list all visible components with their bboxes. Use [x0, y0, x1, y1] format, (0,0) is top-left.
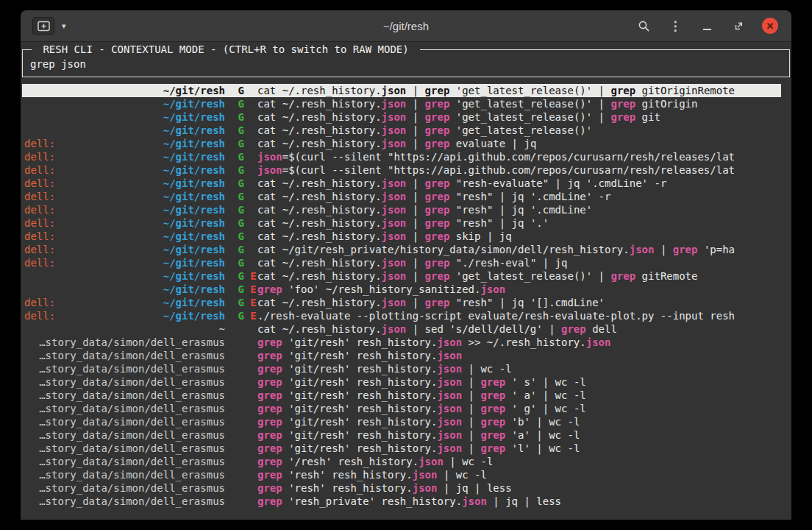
history-row-selected[interactable]: ~/git/resh Gcat ~/.resh_history.json | g…: [22, 84, 781, 97]
history-row[interactable]: dell:~/git/resh Gcat ~/.resh_history.jso…: [22, 203, 781, 216]
history-row[interactable]: …story_data/simon/dell_erasmus grep 'git…: [22, 402, 781, 415]
history-row[interactable]: …story_data/simon/dell_erasmus grep 'git…: [22, 442, 781, 455]
history-row[interactable]: ~/git/resh Gcat ~/.resh_history.json | g…: [22, 110, 781, 124]
row-directory: …story_data/simon/dell_erasmus: [24, 336, 225, 349]
history-row[interactable]: …story_data/simon/dell_erasmus grep 'res…: [22, 468, 781, 481]
row-command: grep 'resh' resh_history.json | wc -l: [257, 468, 781, 481]
row-directory: ~/git/resh: [24, 283, 225, 296]
git-flag: G: [238, 85, 243, 96]
history-row[interactable]: dell:~/git/resh G E5cat ~/.resh_history.…: [22, 296, 781, 309]
search-panel: RESH CLI - CONTEXTUAL MODE - (CTRL+R to …: [22, 49, 790, 77]
git-flag: G: [238, 98, 243, 110]
history-row[interactable]: …story_data/simon/dell_erasmus grep 'git…: [22, 389, 781, 402]
query-match: json: [437, 363, 462, 375]
history-row[interactable]: …story_data/simon/dell_erasmus grep 'git…: [22, 428, 781, 442]
query-match: grep: [425, 191, 450, 202]
row-command: grep 'git/resh' resh_history.json | grep…: [257, 415, 781, 428]
history-row[interactable]: …story_data/simon/dell_erasmus grep 'git…: [22, 362, 781, 375]
history-row[interactable]: dell:~/git/resh Gjson=$(curl --silent "h…: [22, 150, 781, 163]
history-row[interactable]: ~ cat ~/.resh_history.json | sed 's/dell…: [22, 322, 781, 336]
new-tab-icon: [38, 21, 50, 32]
new-tab-button[interactable]: [32, 17, 54, 35]
row-host: dell:: [24, 137, 55, 150]
row-flags: G: [225, 190, 257, 203]
history-row[interactable]: dell:~/git/resh Gcat ~/.resh_history.jso…: [22, 190, 781, 203]
row-directory: ~/git/resh: [55, 309, 225, 322]
history-row[interactable]: dell:~/git/resh Gcat ~/.resh_history.jso…: [22, 256, 781, 269]
history-row[interactable]: ~/git/resh Gcat ~/.resh_history.json | g…: [22, 124, 781, 137]
history-row[interactable]: dell:~/git/resh Gjson=$(curl --silent "h…: [22, 163, 781, 177]
query-match: grep: [480, 416, 505, 428]
query-match: grep: [257, 403, 282, 414]
git-flag: G: [238, 230, 243, 242]
query-match: grep: [257, 389, 282, 401]
terminal-content[interactable]: RESH CLI - CONTEXTUAL MODE - (CTRL+R to …: [21, 42, 791, 520]
row-directory: …story_data/simon/dell_erasmus: [24, 402, 225, 415]
git-flag: G: [238, 177, 243, 189]
history-row[interactable]: dell:~/git/resh Gcat ~/.resh_history.jso…: [22, 177, 781, 190]
query-match: grep: [480, 389, 505, 401]
row-directory: …story_data/simon/dell_erasmus: [24, 468, 225, 481]
search-query-input[interactable]: grep json: [30, 58, 783, 70]
query-match: grep: [610, 270, 635, 282]
row-command: cat ~/.resh_history.json | grep 'get_lat…: [257, 110, 781, 124]
mode-label: RESH CLI - CONTEXTUAL MODE - (CTRL+R to …: [32, 43, 420, 55]
row-command: cat ~/.resh_history.json | grep 'get_lat…: [257, 97, 781, 110]
exit-status-flag: E1: [250, 283, 257, 295]
row-directory: ~/git/resh: [55, 163, 225, 177]
row-flags: [225, 362, 257, 375]
query-match: grep: [561, 323, 586, 335]
row-command: grep 'git/resh' resh_history.json | grep…: [257, 375, 781, 389]
git-flag: G: [238, 283, 243, 295]
row-flags: G: [225, 163, 257, 177]
query-match: json: [382, 111, 407, 123]
row-directory: …story_data/simon/dell_erasmus: [24, 349, 225, 362]
close-button[interactable]: ✕: [762, 18, 778, 34]
history-row[interactable]: …story_data/simon/dell_erasmus grep 'git…: [22, 336, 781, 349]
minimize-button[interactable]: [699, 18, 715, 34]
row-command: cat ~/.resh_history.json | grep 'get_lat…: [257, 84, 781, 97]
history-row[interactable]: ~/git/resh G E1grep 'foo' ~/resh_history…: [22, 283, 781, 296]
row-command: grep 'git/resh' resh_history.json | grep…: [257, 389, 781, 402]
history-list: ~/git/resh Gcat ~/.resh_history.json | g…: [21, 84, 791, 508]
history-row[interactable]: dell:~/git/resh Gcat ~/.resh_history.jso…: [22, 216, 781, 230]
row-flags: G: [225, 203, 257, 216]
query-match: grep: [425, 98, 450, 110]
history-row[interactable]: …story_data/simon/dell_erasmus grep 'res…: [22, 495, 781, 508]
git-flag: G: [238, 204, 243, 216]
row-directory: ~/git/resh: [55, 296, 225, 309]
query-match: json: [462, 495, 487, 507]
history-row[interactable]: …story_data/simon/dell_erasmus grep 'git…: [22, 375, 781, 389]
query-match: json: [382, 191, 407, 202]
history-row[interactable]: ~/git/resh Gcat ~/.resh_history.json | g…: [22, 97, 781, 110]
menu-button[interactable]: ⋮: [667, 18, 683, 34]
query-match: grep: [610, 85, 635, 96]
history-row[interactable]: …story_data/simon/dell_erasmus grep '/re…: [22, 455, 781, 468]
row-command: grep 'resh_private' resh_history.json | …: [257, 495, 781, 508]
row-command: grep 'git/resh' resh_history.json: [257, 349, 781, 362]
row-command: grep 'foo' ~/resh_history_sanitized.json: [257, 283, 781, 296]
restore-button[interactable]: [730, 18, 747, 34]
row-directory: ~/git/resh: [55, 190, 225, 203]
history-row[interactable]: dell:~/git/resh G E1./resh-evaluate --pl…: [22, 309, 781, 322]
history-row[interactable]: ~/git/resh G E1cat ~/.resh_history.json …: [22, 269, 781, 283]
search-button[interactable]: [635, 18, 652, 34]
query-match: grep: [425, 138, 450, 149]
titlebar[interactable]: ▾ ~/git/resh ⋮: [21, 10, 791, 42]
history-row[interactable]: …story_data/simon/dell_erasmus grep 'res…: [22, 481, 781, 495]
query-match: grep: [257, 416, 282, 428]
new-tab-dropdown-caret[interactable]: ▾: [59, 20, 69, 32]
history-row[interactable]: dell:~/git/resh Gcat ~/.resh_history.jso…: [22, 137, 781, 150]
query-match: json: [437, 403, 462, 414]
history-row[interactable]: …story_data/simon/dell_erasmus grep 'git…: [22, 349, 781, 362]
row-flags: [225, 389, 257, 402]
history-row[interactable]: dell:~/git/resh Gcat ~/.resh_history.jso…: [22, 230, 781, 243]
history-row[interactable]: dell:~/git/resh Gcat ~/git/resh_private/…: [22, 243, 781, 256]
query-match: grep: [425, 204, 450, 216]
history-row[interactable]: …story_data/simon/dell_erasmus grep 'git…: [22, 415, 781, 428]
row-flags: [225, 322, 257, 336]
git-flag: G: [238, 124, 243, 136]
query-match: grep: [257, 469, 282, 481]
row-directory: ~/git/resh: [55, 203, 225, 216]
row-flags: [225, 442, 257, 455]
